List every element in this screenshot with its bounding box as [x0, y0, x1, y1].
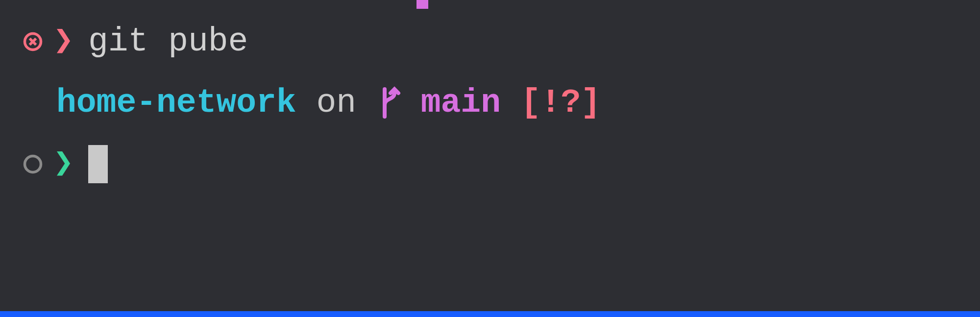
prompt-arrow-icon: ❯ [53, 20, 74, 63]
prompt-arrow-icon: ❯ [53, 143, 74, 186]
error-status-icon [22, 31, 44, 52]
terminal-output[interactable]: ❯ git pube home-network on main [!?] ❯ [0, 0, 980, 186]
context-info-line: home-network on main [!?] [22, 81, 958, 125]
current-directory: home-network [56, 81, 296, 124]
previous-command-line: ❯ git pube [22, 20, 958, 64]
git-dirty-status: [!?] [521, 81, 601, 124]
spacer [401, 81, 421, 124]
on-separator: on [296, 81, 376, 124]
spacer [501, 81, 521, 124]
git-branch-icon [376, 85, 401, 121]
command-text: git pube [88, 20, 248, 63]
current-prompt-line[interactable]: ❯ [22, 142, 958, 186]
window-accent-border [0, 311, 980, 317]
cursor-fragment [416, 0, 428, 9]
svg-point-3 [25, 156, 41, 172]
cursor[interactable] [88, 145, 108, 183]
git-branch-name: main [421, 81, 501, 124]
ok-status-icon [22, 153, 44, 175]
